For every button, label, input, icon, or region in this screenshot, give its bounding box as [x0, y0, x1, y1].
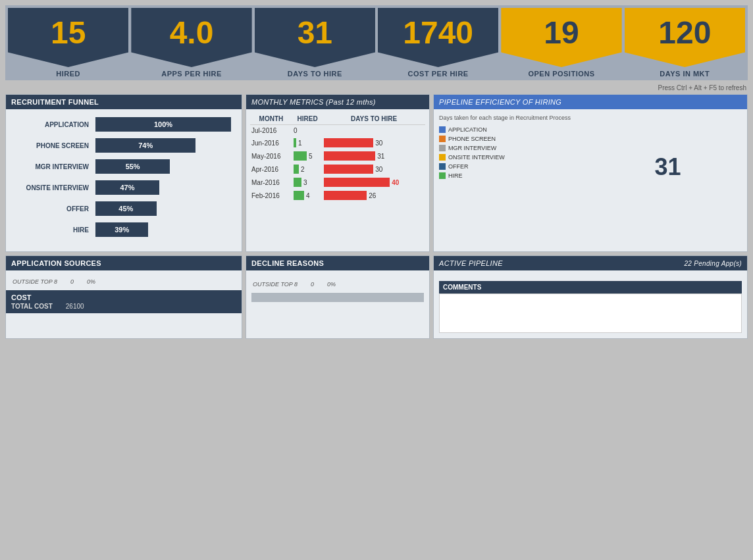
- comments-section: COMMENTS: [439, 281, 742, 333]
- kpi-days-badge: 31: [255, 8, 375, 67]
- kpi-cost-value: 1740: [403, 17, 473, 49]
- sources-outside-pct: 0%: [87, 278, 95, 285]
- monthly-th-month: MONTH: [250, 113, 292, 125]
- kpi-apps-value: 4.0: [170, 17, 214, 49]
- monthly-table: MONTH HIRED DAYS TO HIRE Jul-2016 0 Jun-…: [250, 113, 425, 202]
- monthly-days-cell: 40: [323, 176, 425, 189]
- legend-dot: [439, 163, 446, 170]
- funnel-bar: 47%: [95, 180, 159, 195]
- recruitment-funnel-panel: RECRUITMENT FUNNEL APPLICATION 100% PHON…: [5, 94, 242, 252]
- monthly-th-hired: HIRED: [292, 113, 323, 125]
- decline-body: [246, 270, 429, 278]
- app-sources-header: APPLICATION SOURCES: [6, 256, 242, 270]
- monthly-days-cell: 30: [323, 163, 425, 176]
- legend-dot: [439, 145, 446, 151]
- kpi-hired-label: HIRED: [56, 70, 80, 78]
- funnel-row-label: OFFER: [16, 205, 95, 213]
- decline-outside-apps: 0: [311, 281, 314, 288]
- sources-outside-hired: 0: [70, 278, 74, 285]
- funnel-bar: 39%: [95, 222, 148, 237]
- monthly-days-cell: 30: [323, 136, 425, 149]
- pipeline-subtitle: Days taken for each stage in Recruitment…: [439, 115, 587, 121]
- funnel-row-label: PHONE SCREEN: [16, 142, 95, 149]
- pipeline-header: PIPELINE EFFICIENCY OF HIRING: [434, 95, 747, 109]
- funnel-row: APPLICATION 100%: [16, 117, 231, 132]
- kpi-days-in-mkt: 120 DAYS IN MKT: [625, 8, 745, 78]
- kpi-days-to-hire: 31 DAYS TO HIRE: [255, 8, 375, 78]
- active-pipeline-panel: ACTIVE PIPELINE 22 Pending App(s) COMMEN…: [433, 255, 748, 339]
- kpi-hired-value: 15: [51, 17, 86, 49]
- monthly-month: Mar-2016: [250, 176, 292, 189]
- cost-row: TOTAL COST 26100: [11, 301, 236, 310]
- monthly-days-cell: 31: [323, 149, 425, 163]
- monthly-row: Jul-2016 0: [250, 125, 425, 137]
- funnel-row-label: ONSITE INTERVIEW: [16, 184, 95, 191]
- decline-header: DECLINE REASONS: [246, 256, 429, 270]
- legend-label: APPLICATION: [448, 126, 487, 133]
- funnel-row: PHONE SCREEN 74%: [16, 138, 231, 153]
- active-pipeline-header: ACTIVE PIPELINE 22 Pending App(s): [434, 256, 747, 270]
- sources-outside-label: OUTSIDE TOP 8: [13, 278, 57, 285]
- kpi-apps-label: APPS PER HIRE: [161, 70, 221, 78]
- kpi-open-value: 19: [544, 17, 579, 49]
- funnel-row-label: APPLICATION: [16, 121, 95, 128]
- monthly-month: Apr-2016: [250, 163, 292, 176]
- kpi-open-positions: 19 OPEN POSITIONS: [501, 8, 621, 78]
- kpi-apps-badge: 4.0: [131, 8, 251, 67]
- cost-header: COST: [11, 293, 236, 301]
- legend-label: ONSITE INTERVIEW: [448, 154, 505, 161]
- funnel-row: MGR INTERVIEW 55%: [16, 159, 231, 174]
- monthly-hired-cell: 1: [292, 136, 323, 149]
- monthly-row: May-2016 5 31: [250, 149, 425, 163]
- dashboard: 15 HIRED 4.0 APPS PER HIRE 31 DAYS TO HI…: [0, 0, 753, 344]
- sources-outside-top: OUTSIDE TOP 8 0 0%: [11, 276, 236, 288]
- monthly-days-cell: [323, 125, 425, 137]
- kpi-mkt-badge: 120: [625, 8, 745, 67]
- funnel-row: ONSITE INTERVIEW 47%: [16, 180, 231, 195]
- cost-label: TOTAL COST: [11, 303, 53, 310]
- kpi-mkt-label: DAYS IN MKT: [660, 70, 710, 78]
- kpi-banner: 15 HIRED 4.0 APPS PER HIRE 31 DAYS TO HI…: [5, 5, 748, 80]
- funnel-row: OFFER 45%: [16, 201, 231, 216]
- legend-dot: [439, 136, 446, 142]
- monthly-header: MONTHLY METRICS (Past 12 mths): [246, 95, 429, 109]
- monthly-body: MONTH HIRED DAYS TO HIRE Jul-2016 0 Jun-…: [246, 109, 429, 206]
- funnel-row: HIRE 39%: [16, 222, 231, 237]
- kpi-cost-badge: 1740: [378, 8, 498, 67]
- pipeline-legend: APPLICATION PHONE SCREEN MGR INTERVIEW O…: [439, 126, 587, 179]
- monthly-metrics-panel: MONTHLY METRICS (Past 12 mths) MONTH HIR…: [246, 94, 430, 252]
- pipeline-title: PIPELINE EFFICIENCY OF HIRING: [439, 98, 561, 106]
- legend-item: ONSITE INTERVIEW: [439, 154, 587, 161]
- active-pipeline-body: COMMENTS: [434, 270, 747, 338]
- monthly-row: Feb-2016 4 26: [250, 189, 425, 202]
- funnel-bar-container: 39%: [95, 222, 231, 237]
- kpi-cost-label: COST PER HIRE: [408, 70, 469, 78]
- comments-body: [439, 293, 742, 333]
- monthly-days-cell: 26: [323, 189, 425, 202]
- sources-body: [6, 270, 242, 276]
- monthly-row: Apr-2016 2 30: [250, 163, 425, 176]
- funnel-bar-container: 45%: [95, 201, 231, 216]
- funnel-bar-container: 55%: [95, 159, 231, 174]
- kpi-days-label: DAYS TO HIRE: [288, 70, 342, 78]
- pipeline-panel: PIPELINE EFFICIENCY OF HIRING Days taken…: [433, 94, 748, 252]
- kpi-hired-badge: 15: [8, 8, 128, 67]
- legend-label: HIRE: [448, 172, 463, 179]
- legend-item: PHONE SCREEN: [439, 136, 587, 142]
- funnel-row-label: MGR INTERVIEW: [16, 163, 95, 170]
- monthly-hired-cell: 5: [292, 149, 323, 163]
- active-pipeline-title: ACTIVE PIPELINE: [439, 259, 503, 267]
- monthly-title: MONTHLY METRICS: [251, 98, 324, 106]
- funnel-bar: 100%: [95, 117, 231, 132]
- legend-label: OFFER: [448, 163, 469, 170]
- decline-outside-pct: 0%: [327, 281, 336, 288]
- decline-outside-label: OUTSIDE TOP 8: [253, 281, 298, 288]
- monthly-month: May-2016: [250, 149, 292, 163]
- app-sources-panel: APPLICATION SOURCES OUTSIDE TOP 8 0 0% C…: [5, 255, 242, 339]
- donut-chart: 31: [615, 115, 721, 220]
- monthly-subtitle: (Past 12 mths): [326, 98, 376, 106]
- monthly-hired-cell: 3: [292, 176, 323, 189]
- monthly-hired-cell: 0: [292, 125, 323, 137]
- monthly-month: Jun-2016: [250, 136, 292, 149]
- funnel-bar-container: 74%: [95, 138, 231, 153]
